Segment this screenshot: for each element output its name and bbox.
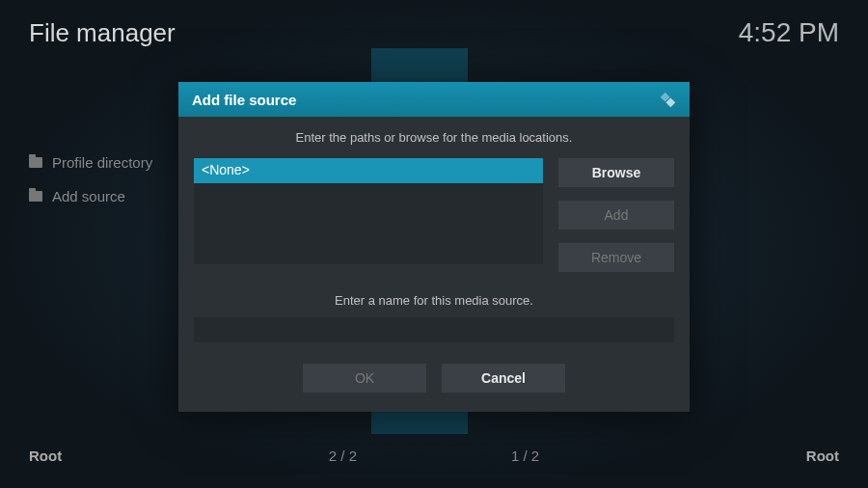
add-file-source-dialog: Add file source Enter the paths or brows… [178, 82, 690, 412]
footer-root-left: Root [29, 447, 62, 464]
folder-icon [29, 191, 42, 202]
clock: 4:52 PM [739, 17, 839, 48]
dialog-title: Add file source [192, 92, 296, 108]
footer-count-left: 2 / 2 [329, 447, 357, 464]
dialog-header: Add file source [178, 82, 690, 117]
add-button[interactable]: Add [558, 201, 674, 230]
sidebar-item-label: Add source [52, 188, 125, 204]
browse-button[interactable]: Browse [558, 158, 674, 187]
cancel-button[interactable]: Cancel [442, 364, 565, 393]
name-label: Enter a name for this media source. [194, 293, 674, 308]
paths-list: <None> [194, 158, 543, 264]
source-name-input[interactable] [194, 317, 674, 342]
remove-button[interactable]: Remove [558, 243, 674, 272]
ok-button[interactable]: OK [303, 364, 426, 393]
footer-bar: Root 2 / 2 1 / 2 Root [0, 447, 868, 464]
sidebar-item-profile-directory[interactable]: Profile directory [29, 154, 152, 171]
kodi-logo-icon [659, 91, 676, 108]
footer-count-right: 1 / 2 [511, 447, 539, 464]
dialog-instruction: Enter the paths or browse for the media … [194, 130, 674, 145]
sidebar-item-add-source[interactable]: Add source [29, 188, 152, 204]
folder-icon [29, 157, 42, 168]
footer-root-right: Root [806, 447, 839, 464]
sidebar: Profile directory Add source [29, 154, 152, 204]
page-title: File manager [29, 18, 176, 48]
path-input[interactable]: <None> [194, 158, 543, 183]
sidebar-item-label: Profile directory [52, 154, 152, 171]
